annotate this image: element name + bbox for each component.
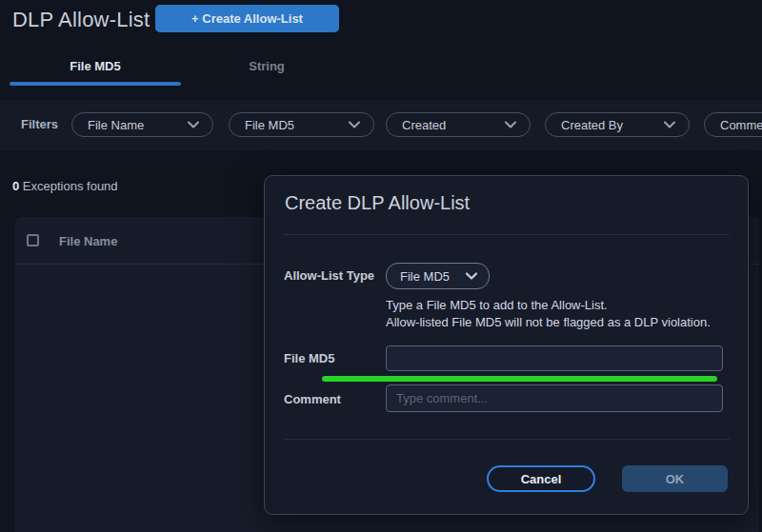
tab-string[interactable]: String [181,49,352,82]
page-title: DLP Allow-List [12,5,150,35]
create-allow-list-button[interactable]: + Create Allow-List [155,5,339,32]
file-md5-label: File MD5 [284,351,334,365]
filter-dropdown-label: File Name [88,118,144,132]
allow-list-type-dropdown[interactable]: File MD5 [386,263,490,289]
tab-file-md5[interactable]: File MD5 [10,49,181,82]
ok-button[interactable]: OK [622,465,728,492]
helper-text: Type a File MD5 to add to the Allow-List… [386,297,711,331]
chevron-down-icon [188,121,199,128]
modal-footer-divider [284,439,730,440]
chevron-down-icon [505,121,516,128]
create-dlp-allow-list-modal: Create DLP Allow-List Allow-List Type Fi… [264,175,749,515]
chevron-down-icon [664,121,675,128]
filter-dropdown-label: Created By [561,118,623,132]
helper-text-line-1: Type a File MD5 to add to the Allow-List… [386,297,711,314]
file-md5-input[interactable] [386,345,723,371]
file-md5-highlight-underline [322,376,717,382]
chevron-down-icon [466,272,477,280]
tab-file-md5-label: File MD5 [70,59,120,73]
filter-dropdown-comment[interactable]: Comment [704,112,762,137]
select-all-checkbox[interactable] [27,234,39,246]
column-header-file-name: File Name [59,234,117,248]
helper-text-line-2: Allow-listed File MD5 will not be flagge… [386,314,711,331]
filter-dropdown-label: Created [402,118,446,132]
filter-dropdown-file-md5[interactable]: File MD5 [229,112,374,137]
allow-list-type-value: File MD5 [400,269,450,284]
comment-label: Comment [284,392,341,406]
cancel-button[interactable]: Cancel [487,465,595,492]
filter-dropdown-label: Comment [720,118,762,132]
tab-string-label: String [249,59,285,73]
filters-label: Filters [21,112,58,137]
comment-input[interactable] [386,384,723,412]
filter-dropdown-created[interactable]: Created [386,112,531,137]
chevron-down-icon [349,121,360,128]
exceptions-count: 0 Exceptions found [12,179,118,193]
filter-dropdown-created-by[interactable]: Created By [545,112,690,137]
allow-list-type-label: Allow-List Type [284,268,374,283]
exceptions-count-text: Exceptions found [19,179,117,193]
filter-dropdown-label: File MD5 [245,118,294,132]
filter-dropdown-file-name[interactable]: File Name [71,112,213,137]
modal-title: Create DLP Allow-List [285,192,470,214]
modal-header-divider [284,234,730,235]
active-tab-underline [10,82,181,86]
